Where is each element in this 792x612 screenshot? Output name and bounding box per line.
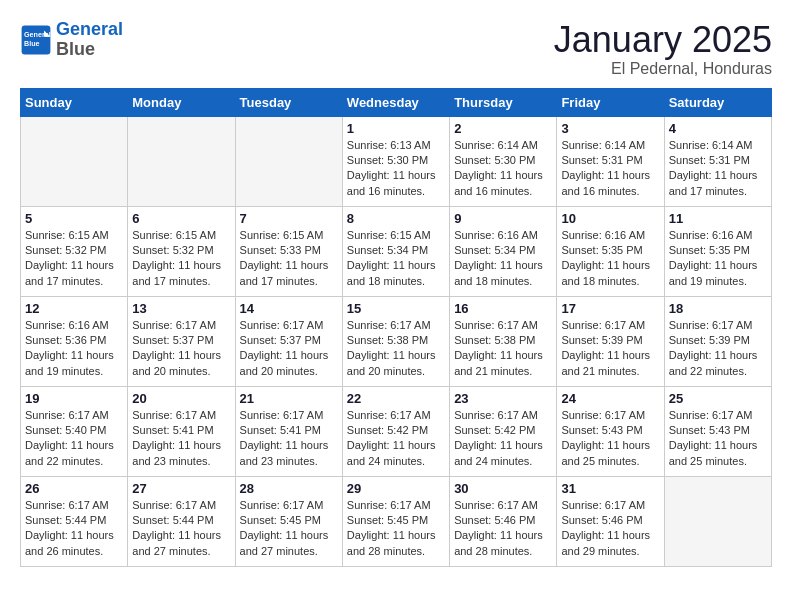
calendar-day-cell: 27Sunrise: 6:17 AMSunset: 5:44 PMDayligh…: [128, 476, 235, 566]
calendar-day-cell: 7Sunrise: 6:15 AMSunset: 5:33 PMDaylight…: [235, 206, 342, 296]
day-number: 11: [669, 211, 767, 226]
day-info: Sunrise: 6:17 AMSunset: 5:46 PMDaylight:…: [454, 498, 552, 560]
calendar-day-cell: 31Sunrise: 6:17 AMSunset: 5:46 PMDayligh…: [557, 476, 664, 566]
calendar-week-row: 19Sunrise: 6:17 AMSunset: 5:40 PMDayligh…: [21, 386, 772, 476]
day-number: 13: [132, 301, 230, 316]
weekday-header: Friday: [557, 88, 664, 116]
calendar-week-row: 1Sunrise: 6:13 AMSunset: 5:30 PMDaylight…: [21, 116, 772, 206]
logo-text: GeneralBlue: [56, 20, 123, 60]
day-number: 6: [132, 211, 230, 226]
day-info: Sunrise: 6:17 AMSunset: 5:37 PMDaylight:…: [240, 318, 338, 380]
day-number: 22: [347, 391, 445, 406]
calendar-day-cell: 19Sunrise: 6:17 AMSunset: 5:40 PMDayligh…: [21, 386, 128, 476]
calendar-day-cell: 28Sunrise: 6:17 AMSunset: 5:45 PMDayligh…: [235, 476, 342, 566]
page-header: General Blue GeneralBlue January 2025 El…: [20, 20, 772, 78]
day-info: Sunrise: 6:17 AMSunset: 5:38 PMDaylight:…: [347, 318, 445, 380]
day-number: 31: [561, 481, 659, 496]
day-number: 8: [347, 211, 445, 226]
day-info: Sunrise: 6:15 AMSunset: 5:32 PMDaylight:…: [25, 228, 123, 290]
weekday-header: Monday: [128, 88, 235, 116]
day-number: 24: [561, 391, 659, 406]
calendar-day-cell: 1Sunrise: 6:13 AMSunset: 5:30 PMDaylight…: [342, 116, 449, 206]
calendar-day-cell: 8Sunrise: 6:15 AMSunset: 5:34 PMDaylight…: [342, 206, 449, 296]
calendar-week-row: 5Sunrise: 6:15 AMSunset: 5:32 PMDaylight…: [21, 206, 772, 296]
weekday-header: Wednesday: [342, 88, 449, 116]
calendar-day-cell: 22Sunrise: 6:17 AMSunset: 5:42 PMDayligh…: [342, 386, 449, 476]
day-info: Sunrise: 6:17 AMSunset: 5:41 PMDaylight:…: [132, 408, 230, 470]
day-number: 20: [132, 391, 230, 406]
day-number: 27: [132, 481, 230, 496]
calendar-day-cell: 18Sunrise: 6:17 AMSunset: 5:39 PMDayligh…: [664, 296, 771, 386]
day-info: Sunrise: 6:17 AMSunset: 5:45 PMDaylight:…: [240, 498, 338, 560]
calendar-day-cell: 3Sunrise: 6:14 AMSunset: 5:31 PMDaylight…: [557, 116, 664, 206]
calendar-day-cell: 5Sunrise: 6:15 AMSunset: 5:32 PMDaylight…: [21, 206, 128, 296]
calendar-day-cell: [664, 476, 771, 566]
day-info: Sunrise: 6:14 AMSunset: 5:31 PMDaylight:…: [561, 138, 659, 200]
day-info: Sunrise: 6:14 AMSunset: 5:31 PMDaylight:…: [669, 138, 767, 200]
day-number: 16: [454, 301, 552, 316]
day-number: 9: [454, 211, 552, 226]
day-info: Sunrise: 6:17 AMSunset: 5:39 PMDaylight:…: [561, 318, 659, 380]
day-number: 25: [669, 391, 767, 406]
day-info: Sunrise: 6:17 AMSunset: 5:38 PMDaylight:…: [454, 318, 552, 380]
day-number: 14: [240, 301, 338, 316]
calendar-day-cell: 11Sunrise: 6:16 AMSunset: 5:35 PMDayligh…: [664, 206, 771, 296]
calendar-day-cell: [235, 116, 342, 206]
day-number: 19: [25, 391, 123, 406]
day-number: 2: [454, 121, 552, 136]
calendar-day-cell: 14Sunrise: 6:17 AMSunset: 5:37 PMDayligh…: [235, 296, 342, 386]
calendar-day-cell: [128, 116, 235, 206]
calendar-day-cell: 26Sunrise: 6:17 AMSunset: 5:44 PMDayligh…: [21, 476, 128, 566]
day-info: Sunrise: 6:14 AMSunset: 5:30 PMDaylight:…: [454, 138, 552, 200]
calendar-day-cell: 21Sunrise: 6:17 AMSunset: 5:41 PMDayligh…: [235, 386, 342, 476]
day-number: 26: [25, 481, 123, 496]
day-info: Sunrise: 6:17 AMSunset: 5:45 PMDaylight:…: [347, 498, 445, 560]
day-info: Sunrise: 6:17 AMSunset: 5:42 PMDaylight:…: [347, 408, 445, 470]
calendar-day-cell: 15Sunrise: 6:17 AMSunset: 5:38 PMDayligh…: [342, 296, 449, 386]
calendar-day-cell: 23Sunrise: 6:17 AMSunset: 5:42 PMDayligh…: [450, 386, 557, 476]
weekday-header: Tuesday: [235, 88, 342, 116]
day-number: 3: [561, 121, 659, 136]
day-info: Sunrise: 6:17 AMSunset: 5:39 PMDaylight:…: [669, 318, 767, 380]
day-info: Sunrise: 6:17 AMSunset: 5:46 PMDaylight:…: [561, 498, 659, 560]
calendar-day-cell: 24Sunrise: 6:17 AMSunset: 5:43 PMDayligh…: [557, 386, 664, 476]
day-info: Sunrise: 6:15 AMSunset: 5:32 PMDaylight:…: [132, 228, 230, 290]
day-number: 1: [347, 121, 445, 136]
calendar-day-cell: 6Sunrise: 6:15 AMSunset: 5:32 PMDaylight…: [128, 206, 235, 296]
day-number: 17: [561, 301, 659, 316]
svg-text:Blue: Blue: [24, 39, 40, 48]
weekday-header: Sunday: [21, 88, 128, 116]
calendar-day-cell: 29Sunrise: 6:17 AMSunset: 5:45 PMDayligh…: [342, 476, 449, 566]
calendar-day-cell: [21, 116, 128, 206]
weekday-header-row: SundayMondayTuesdayWednesdayThursdayFrid…: [21, 88, 772, 116]
location: El Pedernal, Honduras: [554, 60, 772, 78]
day-info: Sunrise: 6:16 AMSunset: 5:35 PMDaylight:…: [561, 228, 659, 290]
day-info: Sunrise: 6:17 AMSunset: 5:43 PMDaylight:…: [669, 408, 767, 470]
calendar-day-cell: 12Sunrise: 6:16 AMSunset: 5:36 PMDayligh…: [21, 296, 128, 386]
logo: General Blue GeneralBlue: [20, 20, 123, 60]
day-number: 30: [454, 481, 552, 496]
weekday-header: Saturday: [664, 88, 771, 116]
title-block: January 2025 El Pedernal, Honduras: [554, 20, 772, 78]
calendar-week-row: 12Sunrise: 6:16 AMSunset: 5:36 PMDayligh…: [21, 296, 772, 386]
calendar-day-cell: 17Sunrise: 6:17 AMSunset: 5:39 PMDayligh…: [557, 296, 664, 386]
day-number: 29: [347, 481, 445, 496]
month-title: January 2025: [554, 20, 772, 60]
day-info: Sunrise: 6:17 AMSunset: 5:40 PMDaylight:…: [25, 408, 123, 470]
day-info: Sunrise: 6:15 AMSunset: 5:33 PMDaylight:…: [240, 228, 338, 290]
day-info: Sunrise: 6:13 AMSunset: 5:30 PMDaylight:…: [347, 138, 445, 200]
day-number: 21: [240, 391, 338, 406]
calendar-day-cell: 30Sunrise: 6:17 AMSunset: 5:46 PMDayligh…: [450, 476, 557, 566]
day-info: Sunrise: 6:17 AMSunset: 5:43 PMDaylight:…: [561, 408, 659, 470]
day-info: Sunrise: 6:16 AMSunset: 5:34 PMDaylight:…: [454, 228, 552, 290]
calendar-table: SundayMondayTuesdayWednesdayThursdayFrid…: [20, 88, 772, 567]
calendar-day-cell: 20Sunrise: 6:17 AMSunset: 5:41 PMDayligh…: [128, 386, 235, 476]
day-number: 12: [25, 301, 123, 316]
calendar-day-cell: 25Sunrise: 6:17 AMSunset: 5:43 PMDayligh…: [664, 386, 771, 476]
day-number: 15: [347, 301, 445, 316]
calendar-day-cell: 2Sunrise: 6:14 AMSunset: 5:30 PMDaylight…: [450, 116, 557, 206]
day-number: 4: [669, 121, 767, 136]
logo-icon: General Blue: [20, 24, 52, 56]
day-number: 7: [240, 211, 338, 226]
day-number: 23: [454, 391, 552, 406]
